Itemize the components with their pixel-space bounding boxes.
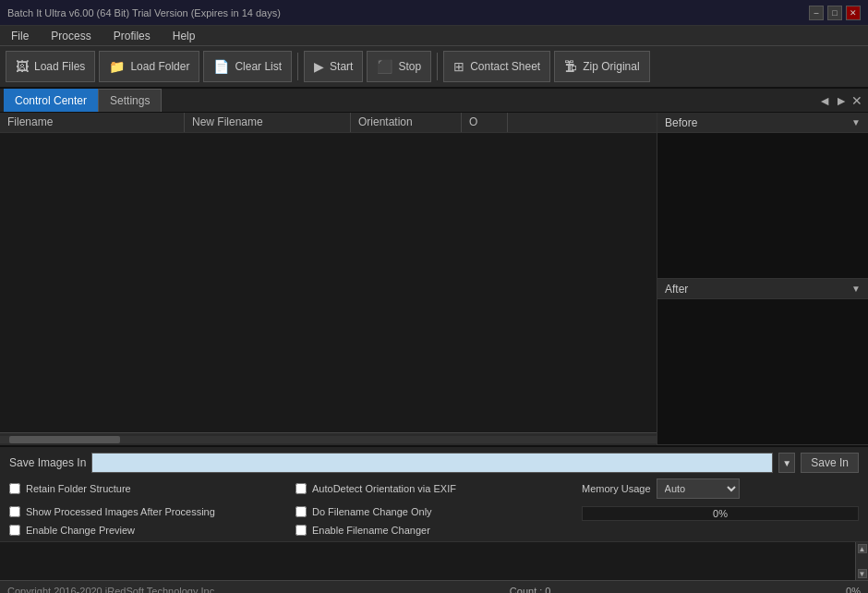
- preview-after-panel: After ▼: [657, 279, 868, 445]
- zip-original-button[interactable]: 🗜 Zip Original: [554, 51, 649, 82]
- progress-value: 0%: [713, 508, 728, 519]
- save-in-label: Save Images In: [9, 456, 86, 469]
- horizontal-scrollbar[interactable]: [0, 432, 657, 445]
- save-in-dropdown-btn[interactable]: ▼: [778, 453, 795, 473]
- clear-list-icon: 📄: [213, 59, 229, 74]
- preview-before-panel: Before ▼: [657, 113, 868, 279]
- preview-before-header: Before ▼: [657, 113, 868, 133]
- close-button[interactable]: ✕: [846, 6, 861, 20]
- tab-right-arrow[interactable]: ►: [835, 93, 848, 108]
- filename-only-checkbox[interactable]: [295, 506, 307, 517]
- app-title: Batch It Ultra v6.00 (64 Bit) Trial Vers…: [7, 7, 281, 18]
- title-bar: Batch It Ultra v6.00 (64 Bit) Trial Vers…: [0, 0, 868, 26]
- window-controls: – □ ✕: [809, 6, 861, 20]
- show-processed-label[interactable]: Show Processed Images After Processing: [26, 506, 215, 517]
- progress-bar: 0%: [582, 506, 859, 521]
- contact-sheet-button[interactable]: ⊞ Contact Sheet: [443, 51, 550, 82]
- scroll-up-arrow[interactable]: ▲: [858, 544, 867, 553]
- menu-process[interactable]: Process: [43, 28, 98, 44]
- filename-only-label[interactable]: Do Filename Change Only: [312, 506, 432, 517]
- menu-file[interactable]: File: [4, 28, 36, 44]
- clear-list-button[interactable]: 📄 Clear List: [203, 51, 292, 82]
- zip-original-label: Zip Original: [583, 60, 639, 73]
- load-files-button[interactable]: 🖼 Load Files: [6, 51, 95, 82]
- tab-control-center-label: Control Center: [15, 94, 87, 107]
- option-filename-changer: Enable Filename Changer: [295, 525, 573, 536]
- start-icon: ▶: [314, 59, 324, 74]
- load-files-icon: 🖼: [16, 59, 29, 74]
- preview-after-body: [657, 299, 868, 444]
- load-folder-button[interactable]: 📁 Load Folder: [99, 51, 199, 82]
- filename-changer-checkbox[interactable]: [295, 525, 307, 536]
- separator-2: [437, 53, 438, 80]
- option-autodetect: AutoDetect Orientation via EXIF: [295, 483, 573, 494]
- memory-usage-label: Memory Usage: [582, 483, 651, 494]
- col-new-filename: New Filename: [185, 113, 351, 132]
- status-percent: 0%: [846, 586, 861, 594]
- clear-list-label: Clear List: [235, 60, 282, 73]
- status-count: Count : 0: [510, 586, 551, 594]
- scroll-thumb[interactable]: [9, 436, 120, 443]
- tab-settings[interactable]: Settings: [98, 89, 162, 112]
- save-in-row: Save Images In ▼ Save In: [9, 453, 859, 473]
- start-button[interactable]: ▶ Start: [304, 51, 363, 82]
- contact-sheet-label: Contact Sheet: [470, 60, 540, 73]
- preview-after-dropdown[interactable]: ▼: [851, 284, 861, 294]
- toolbar: 🖼 Load Files 📁 Load Folder 📄 Clear List …: [0, 46, 868, 89]
- file-list-header: Filename New Filename Orientation O: [0, 113, 657, 133]
- start-label: Start: [330, 60, 353, 73]
- preview-after-label: After: [665, 283, 688, 296]
- save-in-input[interactable]: [91, 453, 773, 473]
- autodetect-label[interactable]: AutoDetect Orientation via EXIF: [312, 483, 456, 494]
- scroll-down-arrow[interactable]: ▼: [858, 569, 867, 578]
- separator-1: [297, 53, 298, 80]
- file-list-area: Filename New Filename Orientation O: [0, 113, 657, 445]
- preview-area: Before ▼ After ▼: [657, 113, 868, 445]
- tab-settings-label: Settings: [110, 94, 150, 107]
- load-folder-icon: 📁: [109, 59, 125, 74]
- status-bar: Copyright 2016-2020 iRedSoft Technology …: [0, 580, 868, 593]
- change-preview-label[interactable]: Enable Change Preview: [26, 525, 135, 536]
- save-in-button[interactable]: Save In: [801, 453, 859, 473]
- option-show-processed: Show Processed Images After Processing: [9, 506, 286, 517]
- bottom-area: Save Images In ▼ Save In Retain Folder S…: [0, 445, 868, 541]
- load-folder-label: Load Folder: [130, 60, 189, 73]
- memory-select[interactable]: Auto Low Medium High: [657, 478, 740, 499]
- contact-sheet-icon: ⊞: [453, 59, 464, 74]
- menu-help[interactable]: Help: [165, 28, 203, 44]
- autodetect-checkbox[interactable]: [295, 483, 307, 494]
- menu-bar: File Process Profiles Help: [0, 26, 868, 46]
- show-processed-checkbox[interactable]: [9, 506, 20, 517]
- tab-close[interactable]: ✕: [851, 93, 862, 108]
- option-filename-only: Do Filename Change Only: [295, 506, 573, 517]
- tab-area: Control Center Settings ◄ ► ✕: [0, 89, 868, 113]
- log-area: ▲ ▼: [0, 541, 868, 580]
- col-orientation: Orientation: [351, 113, 462, 132]
- tab-navigation[interactable]: ◄ ► ✕: [818, 93, 868, 108]
- option-retain-folder: Retain Folder Structure: [9, 483, 286, 494]
- memory-usage-row: Memory Usage Auto Low Medium High: [582, 478, 859, 499]
- retain-folder-label[interactable]: Retain Folder Structure: [26, 483, 131, 494]
- zip-original-icon: 🗜: [564, 59, 577, 74]
- log-scrollbar: ▲ ▼: [855, 542, 868, 580]
- minimize-button[interactable]: –: [809, 6, 824, 20]
- col-filename: Filename: [0, 113, 185, 132]
- tab-left-arrow[interactable]: ◄: [818, 93, 831, 108]
- menu-profiles[interactable]: Profiles: [106, 28, 158, 44]
- file-list-body[interactable]: [0, 133, 657, 432]
- load-files-label: Load Files: [34, 60, 85, 73]
- preview-after-header: After ▼: [657, 279, 868, 299]
- stop-label: Stop: [398, 60, 421, 73]
- col-extra: O: [462, 113, 508, 132]
- retain-folder-checkbox[interactable]: [9, 483, 20, 494]
- option-change-preview: Enable Change Preview: [9, 525, 286, 536]
- stop-button[interactable]: ⬛ Stop: [367, 51, 431, 82]
- log-content: [0, 542, 855, 580]
- maximize-button[interactable]: □: [827, 6, 842, 20]
- preview-before-dropdown[interactable]: ▼: [851, 117, 861, 127]
- preview-before-label: Before: [665, 116, 697, 129]
- change-preview-checkbox[interactable]: [9, 525, 20, 536]
- filename-changer-label[interactable]: Enable Filename Changer: [312, 525, 430, 536]
- tab-control-center[interactable]: Control Center: [4, 89, 98, 112]
- stop-icon: ⬛: [377, 59, 392, 74]
